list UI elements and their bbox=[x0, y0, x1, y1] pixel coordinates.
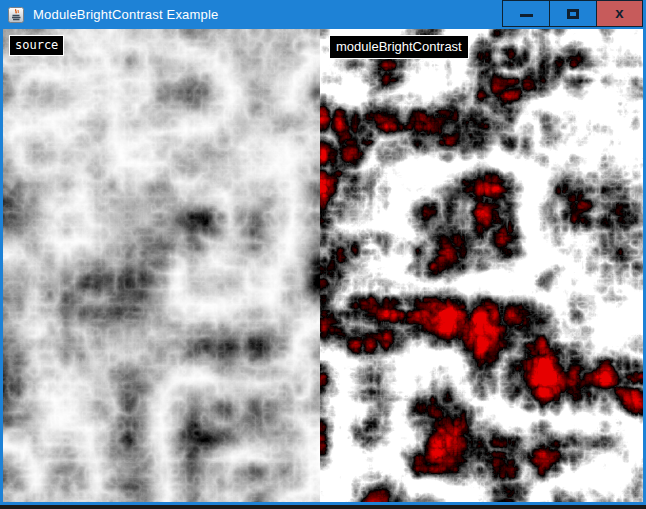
source-label: source bbox=[9, 35, 64, 56]
title-bar[interactable]: ModuleBrightContrast Example x bbox=[0, 0, 646, 29]
minimize-icon bbox=[520, 14, 533, 17]
close-icon: x bbox=[615, 5, 623, 20]
window-controls: x bbox=[502, 0, 643, 27]
java-app-icon bbox=[8, 7, 24, 23]
image-area: source moduleBrightContrast bbox=[3, 29, 643, 502]
result-image bbox=[320, 29, 643, 502]
maximize-icon bbox=[567, 9, 579, 19]
result-image-panel: moduleBrightContrast bbox=[320, 29, 643, 502]
result-label: moduleBrightContrast bbox=[329, 35, 469, 59]
minimize-button[interactable] bbox=[502, 0, 549, 27]
source-image-panel: source bbox=[3, 29, 320, 502]
window-title: ModuleBrightContrast Example bbox=[33, 7, 219, 22]
maximize-button[interactable] bbox=[549, 0, 596, 27]
source-image bbox=[3, 29, 320, 502]
close-button[interactable]: x bbox=[596, 0, 643, 27]
app-window: ModuleBrightContrast Example x source mo… bbox=[0, 0, 646, 505]
